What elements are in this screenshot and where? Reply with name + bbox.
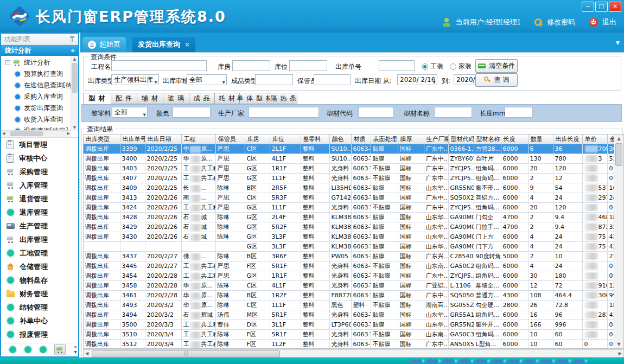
scroll-left-icon[interactable]: ◀ [2,131,5,137]
circle-icon[interactable] [24,346,31,353]
table-row[interactable]: 调拨出库34452020/2/27工共工程严思F区5R1F整料光身料6063-T… [84,261,616,271]
column-header-part[interactable]: 整零料 [301,135,329,144]
column-header-code[interactable]: 型材代码 [448,135,474,144]
change-password-link[interactable]: 修改密码 [547,17,575,27]
outbound-type-select[interactable]: 生产领料出库 [111,74,159,85]
sidebar-menu-item[interactable]: 入库管理 [1,178,78,192]
tab-close-icon[interactable]: × [184,41,190,48]
table-row[interactable]: 调拨出库34002020/2/25华原...严思C区4L1F整料SU10...6… [84,154,616,164]
table-row[interactable]: 调拨出库34092020/2/25长...陈琳B区2R5F整料LI35HD606… [84,183,616,193]
material-tab[interactable]: 型 材 [83,93,111,104]
table-row[interactable]: 调拨出库34942020/3/2石辉城汤伟M区5R1F整料光身料6063-T5贴… [84,310,616,320]
table-row[interactable]: 调拨出库34072020/2/25工共工程严思G区1L1F整料光身料6063-T… [84,174,616,183]
column-header-loc[interactable]: 库位 [270,135,301,144]
scroll-up-icon[interactable]: ▲ [614,135,623,143]
column-header-type[interactable]: 出库类型 [84,135,120,144]
material-tab[interactable]: 耗 材 [215,93,240,104]
scroll-left-icon[interactable]: ◀ [85,351,88,356]
whole-part-select[interactable]: 全部 [112,107,148,118]
scroll-right-icon[interactable]: ▶ [67,131,70,137]
table-row[interactable]: 调拨出库33992020/2/25华原...严思C区2L1F整料SU10...6… [84,144,616,154]
table-row[interactable]: 调拨出库34612020/2/28华原...陈琳B区1R2F整料F8877FT6… [84,291,616,301]
tree-item[interactable]: 收货入库查询 [1,114,71,125]
sidebar-menu-item[interactable]: 结转管理 [1,301,78,314]
more-chevron[interactable]: »▾ [74,344,77,354]
column-header-color[interactable]: 颜色 [329,135,351,144]
sidebar-menu-item[interactable]: 物料盘存 [1,273,78,287]
sidebar-menu-item[interactable]: 工地管理 [1,246,78,260]
logout-link[interactable]: 退出 [602,17,616,27]
table-row[interactable]: 调拨出库34032020/2/25工共工程严思G区1R1F整料光身料6063-T… [84,164,616,174]
tab-list-dropdown-icon[interactable]: ▼ [616,40,620,46]
length-input[interactable] [505,107,533,118]
sidebar-menu-item[interactable]: 退库管理 [1,206,78,219]
profile-code-input[interactable] [358,107,394,118]
scrollbar-thumb[interactable] [72,63,78,93]
table-row[interactable]: 调拨出库34302020/2/26石城陈琳G区3L3F整料KLM38176063… [84,232,616,242]
sidebar-group-header[interactable]: 统计分析 « [1,45,78,56]
scroll-down-icon[interactable]: ▼ [614,340,623,348]
scroll-right-icon[interactable]: ▶ [619,351,622,356]
material-tab[interactable]: 成 品 [189,93,215,104]
column-header-wh[interactable]: 库房 [245,135,270,144]
table-row[interactable]: 调拨出库35122020/3/4工共工程陈琳F区1L2F整料光身料6063-T5… [84,340,616,349]
table-row[interactable]: 调拨出库34132020/2/26南...严思C区5R3F整料G71422606… [84,193,616,203]
table-row[interactable]: 调拨出库35102020/3/4工共工程陈琳F区5R1F整料光身料6063-T5… [84,330,616,340]
tree-expander-icon[interactable]: - [5,60,10,65]
cart-button[interactable] [54,344,66,355]
tree-item[interactable]: 发货出库查询 [1,103,71,114]
scrollbar-thumb[interactable] [10,131,43,136]
column-header-keeper[interactable]: 保管员 [215,135,245,144]
clear-conditions-button[interactable]: 清空条件 [475,59,518,73]
column-header-mfr[interactable]: 生产厂家 [424,135,448,144]
material-tab[interactable]: 隔 热 条 [270,93,297,104]
material-tab[interactable]: 单 体 型 材 [240,93,270,104]
table-horizontal-scrollbar[interactable]: ◀ ▶ [83,349,624,357]
material-tab[interactable]: 配 件 [111,93,137,104]
tree-vertical-scrollbar[interactable]: ▲ ▼ [71,56,78,131]
tree-item[interactable]: 在途信息查询[待 [1,80,71,91]
scrollbar-thumb[interactable] [92,350,280,357]
circle-icon[interactable] [40,346,47,353]
warehouse-input[interactable] [232,60,270,71]
sidebar-menu-item[interactable]: 项目管理 [1,138,78,151]
pin-icon[interactable] [70,36,74,42]
sidebar-menu-item[interactable]: 仓储管理 [1,260,78,273]
tab-shipment-outbound-query[interactable]: 发货出库查询 × [132,37,195,52]
table-row[interactable]: 调拨出库34932020/3/2华原...陈琳C区1L1F整料黑色塑料不贴膜国标… [84,301,616,310]
sidebar-menu-item[interactable]: 补单中心 [1,314,78,328]
column-header-outlen[interactable]: 出库长度 [553,135,582,144]
table-row[interactable]: 调拨出库34542020/2/28工共工程严思G区1R1F整料光身料6063-T… [84,271,616,281]
date-from-select[interactable]: 2020/ 2/16 [397,74,437,85]
column-header-surf[interactable]: 表面处理 [371,135,398,144]
table-vertical-scrollbar[interactable]: ▲ ▼ [614,135,623,348]
scroll-down-icon[interactable]: ▼ [71,124,78,131]
sidebar-menu-item[interactable]: 报废管理 [1,328,78,341]
radio-gongzhuang[interactable]: 工装 [422,62,443,71]
tree-item[interactable]: 预算执行查询 [1,68,71,80]
sidebar-menu-item[interactable]: 审核中心 [1,151,78,165]
order-no-input[interactable] [379,60,415,71]
collapse-icon[interactable]: « [71,45,75,56]
table-row[interactable]: 调拨出库34372020/2/27佛...陈琳B区3R6F整料PW056063-… [84,252,616,261]
sidebar-menu-item[interactable]: 采购管理 [1,165,78,178]
column-header-qty[interactable]: 数量 [528,135,553,144]
sidebar-menu-item[interactable]: 生产管理 [1,219,78,233]
table-row[interactable]: 调拨出库35002020/3/3工共工程曹佳D区3L1F整料LT3P606063… [84,320,616,330]
sidebar-menu-item[interactable]: 财务管理 [1,287,78,301]
product-type-input[interactable] [255,74,293,85]
column-header-film[interactable]: 膜厚 [398,135,424,144]
maximize-button[interactable]: □ [595,2,608,12]
location-input[interactable] [289,60,327,71]
column-header-no[interactable]: 出库单号 [120,135,145,144]
sidebar-menu-item[interactable]: 退货管理 [1,192,78,206]
tree-root-item[interactable]: -统计分析 [1,57,71,68]
table-row[interactable]: 调拨出库34282020/2/26石城陈琳G区2L4F整料KLM38176063… [84,213,616,222]
project-name-input[interactable] [111,60,207,71]
scroll-up-icon[interactable]: ▲ [71,56,78,62]
table-row[interactable]: 调拨出库34242020/2/26工共工程严思G区1L1F整料光身料6063-T… [84,203,616,213]
table-row[interactable]: 调拨出库34292020/2/26石城陈琳G区5R2F整料KLM38176063… [84,222,616,232]
keeper-input[interactable] [314,74,351,85]
scrollbar-thumb[interactable] [615,143,622,166]
tree-item[interactable]: 采购入库查询 [1,91,71,103]
